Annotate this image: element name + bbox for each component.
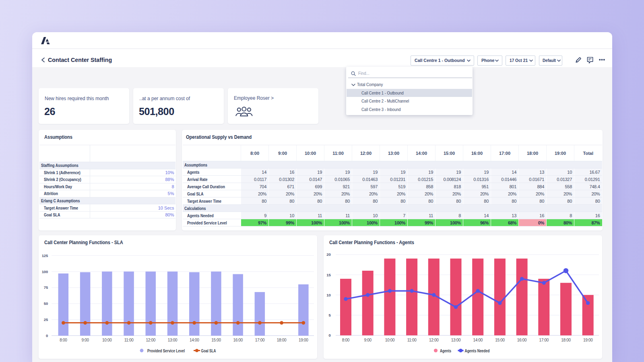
svg-text:9:00: 9:00 (81, 338, 89, 342)
svg-text:8:00: 8:00 (342, 338, 350, 342)
svg-text:10:00: 10:00 (102, 338, 112, 342)
svg-text:Provided Service Level: Provided Service Level (147, 348, 185, 353)
svg-text:18:00: 18:00 (277, 338, 287, 342)
svg-text:15:00: 15:00 (495, 338, 505, 342)
svg-text:13:00: 13:00 (168, 338, 178, 342)
svg-text:14:00: 14:00 (473, 338, 483, 342)
svg-text:125: 125 (42, 253, 48, 258)
svg-text:11:00: 11:00 (407, 338, 417, 342)
svg-text:16:00: 16:00 (233, 338, 243, 342)
svg-text:25: 25 (44, 317, 48, 322)
svg-text:0: 0 (46, 333, 48, 338)
svg-text:19:00: 19:00 (299, 338, 308, 342)
svg-text:14:00: 14:00 (190, 338, 199, 342)
svg-text:75: 75 (44, 285, 48, 290)
svg-text:16:00: 16:00 (517, 338, 527, 342)
svg-text:13:00: 13:00 (451, 338, 461, 342)
svg-text:15:00: 15:00 (211, 338, 221, 342)
svg-text:50: 50 (44, 301, 48, 306)
svg-text:9:00: 9:00 (364, 338, 372, 342)
svg-text:0: 0 (328, 333, 330, 337)
svg-text:Agents Needed: Agents Needed (465, 348, 490, 353)
svg-text:12:00: 12:00 (429, 338, 439, 342)
svg-text:17:00: 17:00 (255, 338, 265, 342)
svg-text:8:00: 8:00 (60, 338, 67, 342)
svg-text:100: 100 (42, 269, 48, 274)
svg-text:20: 20 (326, 252, 330, 257)
svg-text:10: 10 (326, 293, 330, 297)
svg-text:17:00: 17:00 (539, 338, 549, 342)
svg-text:Agents: Agents (440, 348, 451, 353)
svg-text:Goal SLA: Goal SLA (201, 348, 216, 353)
svg-text:11:00: 11:00 (124, 338, 134, 342)
svg-text:5: 5 (328, 313, 331, 317)
svg-text:10:00: 10:00 (385, 338, 395, 342)
svg-text:15: 15 (326, 273, 331, 277)
svg-text:18:00: 18:00 (561, 338, 571, 342)
svg-text:19:00: 19:00 (583, 338, 593, 342)
svg-text:12:00: 12:00 (146, 338, 156, 342)
